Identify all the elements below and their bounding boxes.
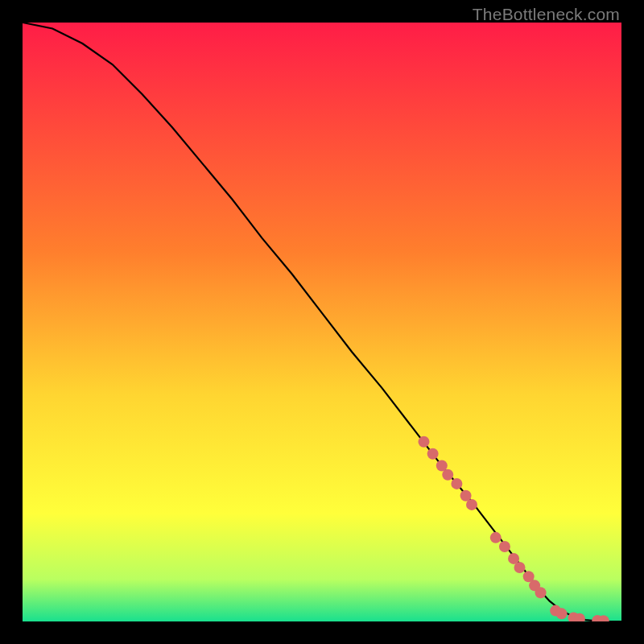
chart-svg — [23, 23, 621, 621]
data-dot — [514, 562, 526, 573]
data-dot — [466, 499, 477, 510]
chart-frame: TheBottleneck.com — [0, 0, 644, 644]
data-dot — [451, 478, 462, 489]
data-dot — [535, 587, 547, 598]
data-dots — [418, 436, 609, 621]
data-dot — [418, 436, 429, 448]
data-dot — [442, 469, 453, 481]
plot-area — [23, 23, 621, 621]
watermark-text: TheBottleneck.com — [473, 5, 620, 24]
data-dot — [556, 608, 568, 619]
data-dot — [427, 448, 439, 460]
curve-line — [23, 23, 621, 621]
data-dot — [490, 532, 502, 543]
data-dot — [499, 541, 510, 552]
